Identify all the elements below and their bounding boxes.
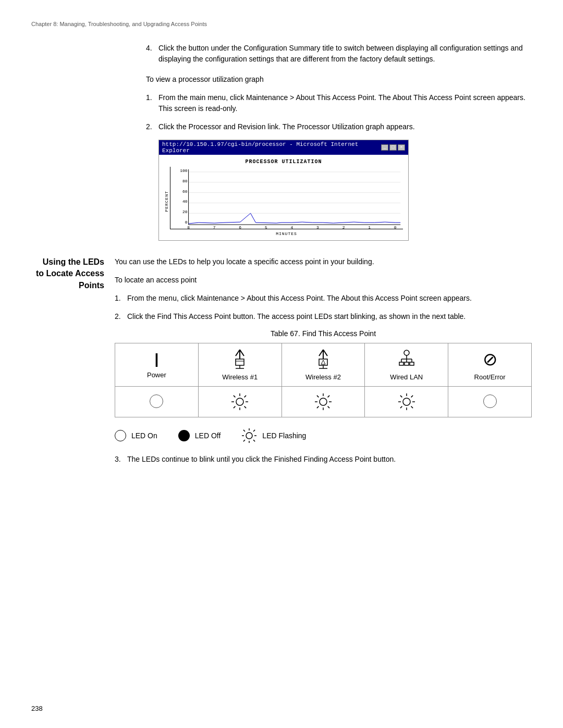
heading-line3: Points	[31, 280, 104, 291]
table-icon-row: | Power	[115, 343, 532, 387]
wireless2-state-cell	[282, 387, 365, 417]
svg-point-45	[236, 398, 243, 405]
svg-line-69	[411, 406, 413, 409]
led-section: Using the LEDs to Locate Access Points Y…	[31, 256, 532, 472]
wireless1-icon	[203, 349, 277, 369]
step4-item: 4. Click the button under the Configurat…	[146, 43, 532, 65]
wireless2-icon	[286, 349, 361, 369]
led-flashing-label: LED Flashing	[262, 431, 306, 440]
svg-line-68	[400, 396, 402, 398]
wireless1-cell: Wireless #1	[198, 343, 282, 387]
legend-on: LED On	[115, 430, 157, 441]
led-step2: 2. Click the Find This Access Point butt…	[115, 311, 532, 322]
wired-state-cell	[365, 387, 448, 417]
led-table: | Power	[115, 343, 532, 417]
wired-lan-label: Wired LAN	[390, 373, 423, 381]
svg-rect-42	[399, 362, 403, 365]
led-step2-num: 2.	[115, 311, 127, 322]
proc-step1: 1. From the main menu, click Maintenance…	[146, 92, 532, 114]
svg-line-61	[328, 396, 330, 398]
chart-svg: 100 80 60 40 20 0	[170, 167, 403, 229]
svg-line-30	[319, 350, 323, 356]
svg-line-80	[243, 440, 245, 441]
power-cell: | Power	[115, 343, 199, 387]
led-step3-num: 3.	[115, 454, 127, 465]
power-icon: |	[119, 351, 194, 367]
led-off-label: LED Off	[195, 431, 221, 440]
wireless1-state-cell	[198, 387, 282, 417]
locate-intro: To locate an access point	[115, 275, 532, 286]
svg-text:60: 60	[182, 189, 188, 194]
proc-step1-num: 1.	[146, 92, 158, 114]
section-heading: Using the LEDs to Locate Access Points	[31, 256, 115, 472]
wired-lan-icon	[369, 349, 444, 369]
svg-text:0: 0	[394, 225, 397, 229]
svg-marker-33	[321, 360, 325, 364]
heading-line2: to Locate Access	[31, 268, 104, 279]
wired-lan-cell: Wired LAN	[365, 343, 448, 387]
minimize-btn[interactable]: _	[381, 144, 388, 151]
titlebar-buttons[interactable]: _ □ ×	[381, 144, 405, 151]
svg-line-52	[244, 396, 247, 398]
svg-line-59	[317, 396, 319, 398]
led-on-label: LED On	[131, 431, 157, 440]
svg-point-54	[320, 398, 327, 405]
svg-line-71	[400, 406, 402, 409]
svg-text:80: 80	[182, 179, 188, 183]
power-state-cell	[115, 387, 199, 417]
proc-step1-text: From the main menu, click Maintenance > …	[158, 92, 532, 114]
led-step1-text: From the menu, click Maintenance > About…	[127, 293, 532, 304]
close-btn[interactable]: ×	[398, 144, 405, 151]
chart-main: 100 80 60 40 20 0	[170, 167, 403, 236]
screenshot-titlebar: http://10.150.1.97/cgi-bin/processor - M…	[159, 140, 408, 155]
svg-line-50	[234, 396, 236, 398]
svg-text:4: 4	[291, 225, 293, 229]
svg-text:40: 40	[182, 199, 188, 204]
wireless2-label: Wireless #2	[305, 373, 341, 381]
svg-line-77	[243, 430, 245, 431]
svg-line-79	[253, 430, 255, 431]
wireless1-state-icon	[231, 393, 249, 409]
root-state-icon	[483, 401, 497, 410]
chart-y-label: PERCENT	[164, 191, 169, 212]
root-state-cell	[448, 387, 532, 417]
svg-rect-43	[405, 362, 409, 365]
svg-line-62	[317, 406, 319, 409]
led-step1-num: 1.	[115, 293, 127, 304]
led-step3: 3. The LEDs continue to blink until you …	[115, 454, 532, 465]
svg-text:1: 1	[368, 225, 371, 229]
chart-area: PERCENT 100 80 60 40 20 0	[164, 167, 403, 236]
led-on-icon	[115, 430, 126, 441]
led-step1: 1. From the menu, click Maintenance > Ab…	[115, 293, 532, 304]
svg-point-36	[404, 350, 409, 355]
page-number: 238	[31, 705, 43, 712]
svg-text:3: 3	[316, 225, 319, 229]
proc-step2-text: Click the Processor and Revision link. T…	[158, 121, 532, 132]
svg-text:5: 5	[265, 225, 267, 229]
root-error-label: Root/Error	[474, 373, 506, 381]
svg-line-78	[253, 440, 255, 441]
led-step3-text: The LEDs continue to blink until you cli…	[127, 454, 532, 465]
wireless1-label: Wireless #1	[222, 373, 258, 381]
led-flash-icon	[241, 428, 257, 443]
chart-title: PROCESSOR UTILIZATION	[164, 159, 403, 165]
svg-point-63	[403, 398, 410, 405]
table-state-row	[115, 387, 532, 417]
step4-num: 4.	[146, 43, 158, 65]
svg-line-53	[234, 406, 236, 409]
led-step2-text: Click the Find This Access Point button.…	[127, 311, 532, 322]
wired-state-icon	[398, 393, 415, 409]
heading-line1: Using the LEDs	[31, 256, 104, 268]
legend-flashing: LED Flashing	[241, 428, 306, 443]
maximize-btn[interactable]: □	[389, 144, 397, 151]
svg-line-60	[328, 406, 330, 409]
chapter-header: Chapter 8: Managing, Troubleshooting, an…	[31, 21, 532, 27]
step4-text: Click the button under the Configuration…	[158, 43, 532, 65]
legend-off: LED Off	[178, 430, 221, 441]
svg-rect-25	[236, 359, 244, 365]
processor-intro: To view a processor utilization graph	[146, 74, 532, 85]
svg-line-51	[244, 406, 247, 409]
svg-line-31	[323, 350, 327, 356]
svg-rect-44	[410, 362, 414, 365]
svg-point-72	[246, 433, 252, 439]
